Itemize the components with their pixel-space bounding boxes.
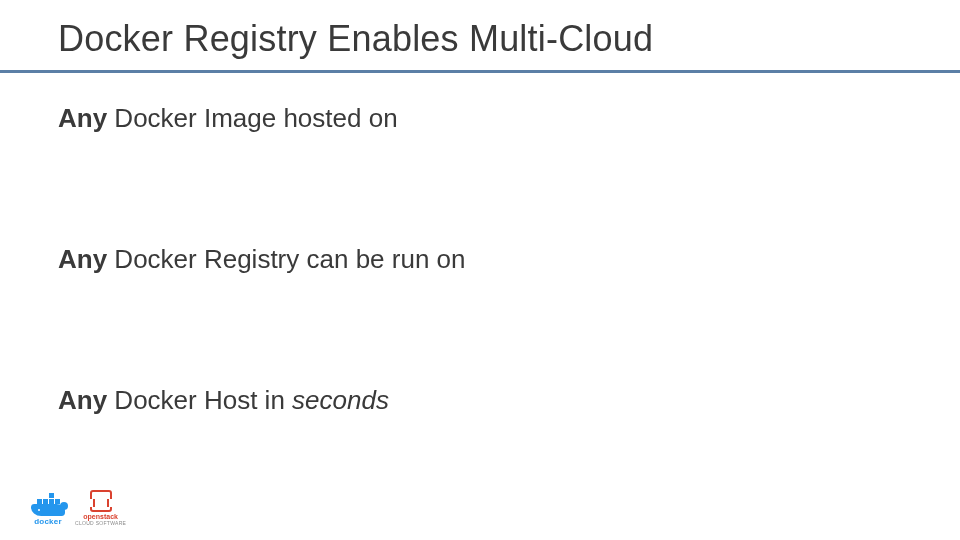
- body-line-2-rest: Docker Registry can be run on: [107, 244, 465, 274]
- body-line-3: Any Docker Host in seconds: [58, 385, 902, 416]
- body-line-3-italic: seconds: [292, 385, 389, 415]
- body-line-1-bold: Any: [58, 103, 107, 133]
- openstack-logo-sub: CLOUD SOFTWARE: [75, 520, 126, 526]
- docker-logo: docker: [31, 494, 65, 526]
- openstack-logo-label: openstack: [83, 513, 118, 520]
- body-line-2-bold: Any: [58, 244, 107, 274]
- body-line-2: Any Docker Registry can be run on: [58, 244, 902, 275]
- body-line-3-bold: Any: [58, 385, 107, 415]
- footer-logos: docker openstack CLOUD SOFTWARE: [31, 490, 126, 526]
- body-line-3-rest: Docker Host in: [107, 385, 292, 415]
- docker-whale-icon: [31, 494, 65, 516]
- title-divider: [0, 70, 960, 73]
- openstack-mark-icon: [90, 490, 112, 512]
- body-line-1: Any Docker Image hosted on: [58, 103, 902, 134]
- docker-logo-label: docker: [34, 517, 61, 526]
- body-line-1-rest: Docker Image hosted on: [107, 103, 398, 133]
- openstack-logo: openstack CLOUD SOFTWARE: [75, 490, 126, 526]
- slide: Docker Registry Enables Multi-Cloud Any …: [0, 0, 960, 540]
- slide-title: Docker Registry Enables Multi-Cloud: [58, 18, 902, 60]
